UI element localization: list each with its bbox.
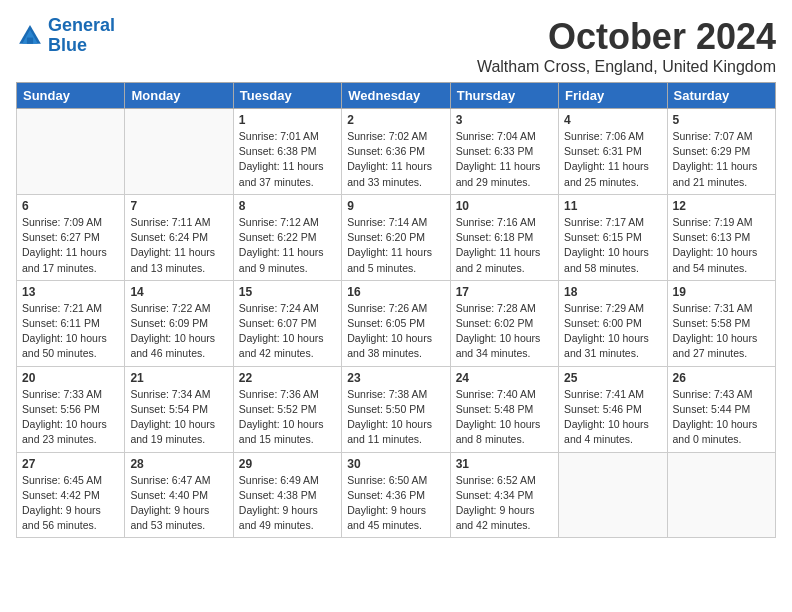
calendar-cell: [667, 452, 775, 538]
day-number: 13: [22, 285, 119, 299]
day-info: Sunrise: 7:26 AMSunset: 6:05 PMDaylight:…: [347, 301, 444, 362]
day-info: Sunrise: 7:34 AMSunset: 5:54 PMDaylight:…: [130, 387, 227, 448]
day-info: Sunrise: 7:17 AMSunset: 6:15 PMDaylight:…: [564, 215, 661, 276]
page-header: General Blue October 2024 Waltham Cross,…: [16, 16, 776, 76]
day-number: 22: [239, 371, 336, 385]
logo: General Blue: [16, 16, 115, 56]
calendar-cell: 12Sunrise: 7:19 AMSunset: 6:13 PMDayligh…: [667, 194, 775, 280]
day-info: Sunrise: 6:49 AMSunset: 4:38 PMDaylight:…: [239, 473, 336, 534]
calendar-cell: 22Sunrise: 7:36 AMSunset: 5:52 PMDayligh…: [233, 366, 341, 452]
day-info: Sunrise: 7:33 AMSunset: 5:56 PMDaylight:…: [22, 387, 119, 448]
logo-line2: Blue: [48, 35, 87, 55]
calendar-cell: 19Sunrise: 7:31 AMSunset: 5:58 PMDayligh…: [667, 280, 775, 366]
day-header-wednesday: Wednesday: [342, 83, 450, 109]
day-info: Sunrise: 7:36 AMSunset: 5:52 PMDaylight:…: [239, 387, 336, 448]
calendar-cell: 13Sunrise: 7:21 AMSunset: 6:11 PMDayligh…: [17, 280, 125, 366]
week-row-3: 13Sunrise: 7:21 AMSunset: 6:11 PMDayligh…: [17, 280, 776, 366]
day-info: Sunrise: 7:12 AMSunset: 6:22 PMDaylight:…: [239, 215, 336, 276]
day-info: Sunrise: 7:41 AMSunset: 5:46 PMDaylight:…: [564, 387, 661, 448]
day-info: Sunrise: 7:29 AMSunset: 6:00 PMDaylight:…: [564, 301, 661, 362]
calendar-table: SundayMondayTuesdayWednesdayThursdayFrid…: [16, 82, 776, 538]
calendar-cell: 29Sunrise: 6:49 AMSunset: 4:38 PMDayligh…: [233, 452, 341, 538]
day-number: 26: [673, 371, 770, 385]
day-number: 20: [22, 371, 119, 385]
logo-icon: [16, 22, 44, 50]
day-number: 10: [456, 199, 553, 213]
calendar-cell: 6Sunrise: 7:09 AMSunset: 6:27 PMDaylight…: [17, 194, 125, 280]
day-header-friday: Friday: [559, 83, 667, 109]
calendar-cell: 16Sunrise: 7:26 AMSunset: 6:05 PMDayligh…: [342, 280, 450, 366]
day-number: 4: [564, 113, 661, 127]
day-number: 23: [347, 371, 444, 385]
logo-line1: General: [48, 15, 115, 35]
day-number: 29: [239, 457, 336, 471]
day-number: 1: [239, 113, 336, 127]
calendar-cell: 9Sunrise: 7:14 AMSunset: 6:20 PMDaylight…: [342, 194, 450, 280]
day-info: Sunrise: 6:52 AMSunset: 4:34 PMDaylight:…: [456, 473, 553, 534]
calendar-cell: 28Sunrise: 6:47 AMSunset: 4:40 PMDayligh…: [125, 452, 233, 538]
day-info: Sunrise: 6:45 AMSunset: 4:42 PMDaylight:…: [22, 473, 119, 534]
calendar-cell: 10Sunrise: 7:16 AMSunset: 6:18 PMDayligh…: [450, 194, 558, 280]
day-number: 28: [130, 457, 227, 471]
calendar-cell: 26Sunrise: 7:43 AMSunset: 5:44 PMDayligh…: [667, 366, 775, 452]
day-info: Sunrise: 7:21 AMSunset: 6:11 PMDaylight:…: [22, 301, 119, 362]
week-row-2: 6Sunrise: 7:09 AMSunset: 6:27 PMDaylight…: [17, 194, 776, 280]
calendar-cell: 21Sunrise: 7:34 AMSunset: 5:54 PMDayligh…: [125, 366, 233, 452]
calendar-cell: 25Sunrise: 7:41 AMSunset: 5:46 PMDayligh…: [559, 366, 667, 452]
day-number: 25: [564, 371, 661, 385]
calendar-cell: 1Sunrise: 7:01 AMSunset: 6:38 PMDaylight…: [233, 109, 341, 195]
day-info: Sunrise: 7:06 AMSunset: 6:31 PMDaylight:…: [564, 129, 661, 190]
calendar-cell: [559, 452, 667, 538]
day-number: 7: [130, 199, 227, 213]
day-info: Sunrise: 7:19 AMSunset: 6:13 PMDaylight:…: [673, 215, 770, 276]
day-number: 21: [130, 371, 227, 385]
day-number: 11: [564, 199, 661, 213]
days-header-row: SundayMondayTuesdayWednesdayThursdayFrid…: [17, 83, 776, 109]
day-info: Sunrise: 7:16 AMSunset: 6:18 PMDaylight:…: [456, 215, 553, 276]
svg-rect-2: [27, 37, 33, 43]
calendar-cell: 3Sunrise: 7:04 AMSunset: 6:33 PMDaylight…: [450, 109, 558, 195]
calendar-cell: 8Sunrise: 7:12 AMSunset: 6:22 PMDaylight…: [233, 194, 341, 280]
day-number: 6: [22, 199, 119, 213]
day-info: Sunrise: 7:38 AMSunset: 5:50 PMDaylight:…: [347, 387, 444, 448]
logo-text: General Blue: [48, 16, 115, 56]
day-number: 19: [673, 285, 770, 299]
day-header-saturday: Saturday: [667, 83, 775, 109]
calendar-cell: 23Sunrise: 7:38 AMSunset: 5:50 PMDayligh…: [342, 366, 450, 452]
day-header-monday: Monday: [125, 83, 233, 109]
calendar-cell: 17Sunrise: 7:28 AMSunset: 6:02 PMDayligh…: [450, 280, 558, 366]
day-number: 8: [239, 199, 336, 213]
day-number: 14: [130, 285, 227, 299]
day-info: Sunrise: 7:14 AMSunset: 6:20 PMDaylight:…: [347, 215, 444, 276]
calendar-cell: 24Sunrise: 7:40 AMSunset: 5:48 PMDayligh…: [450, 366, 558, 452]
title-block: October 2024 Waltham Cross, England, Uni…: [477, 16, 776, 76]
day-number: 16: [347, 285, 444, 299]
day-number: 27: [22, 457, 119, 471]
day-info: Sunrise: 7:24 AMSunset: 6:07 PMDaylight:…: [239, 301, 336, 362]
day-number: 30: [347, 457, 444, 471]
day-info: Sunrise: 7:11 AMSunset: 6:24 PMDaylight:…: [130, 215, 227, 276]
day-header-tuesday: Tuesday: [233, 83, 341, 109]
calendar-cell: [125, 109, 233, 195]
day-number: 17: [456, 285, 553, 299]
day-header-sunday: Sunday: [17, 83, 125, 109]
day-info: Sunrise: 7:43 AMSunset: 5:44 PMDaylight:…: [673, 387, 770, 448]
calendar-cell: 18Sunrise: 7:29 AMSunset: 6:00 PMDayligh…: [559, 280, 667, 366]
day-number: 18: [564, 285, 661, 299]
day-number: 5: [673, 113, 770, 127]
calendar-cell: 15Sunrise: 7:24 AMSunset: 6:07 PMDayligh…: [233, 280, 341, 366]
day-info: Sunrise: 7:22 AMSunset: 6:09 PMDaylight:…: [130, 301, 227, 362]
day-info: Sunrise: 7:01 AMSunset: 6:38 PMDaylight:…: [239, 129, 336, 190]
calendar-cell: 30Sunrise: 6:50 AMSunset: 4:36 PMDayligh…: [342, 452, 450, 538]
day-info: Sunrise: 7:02 AMSunset: 6:36 PMDaylight:…: [347, 129, 444, 190]
calendar-cell: 14Sunrise: 7:22 AMSunset: 6:09 PMDayligh…: [125, 280, 233, 366]
calendar-cell: 27Sunrise: 6:45 AMSunset: 4:42 PMDayligh…: [17, 452, 125, 538]
calendar-cell: 7Sunrise: 7:11 AMSunset: 6:24 PMDaylight…: [125, 194, 233, 280]
day-info: Sunrise: 7:40 AMSunset: 5:48 PMDaylight:…: [456, 387, 553, 448]
month-title: October 2024: [477, 16, 776, 58]
day-number: 3: [456, 113, 553, 127]
calendar-cell: 2Sunrise: 7:02 AMSunset: 6:36 PMDaylight…: [342, 109, 450, 195]
calendar-cell: [17, 109, 125, 195]
day-info: Sunrise: 7:09 AMSunset: 6:27 PMDaylight:…: [22, 215, 119, 276]
day-number: 31: [456, 457, 553, 471]
